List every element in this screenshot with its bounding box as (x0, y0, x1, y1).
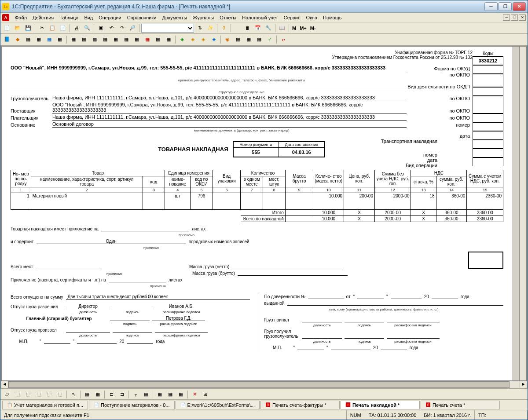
bt-10[interactable]: ⊐ (117, 390, 127, 399)
menubar: А Файл Действия Таблица Вид Операции Спр… (0, 13, 528, 22)
m-button[interactable]: M (291, 26, 297, 31)
tab-2[interactable]: 📄E:\work\1c\605buh\ExtForms\... (176, 401, 260, 409)
tb2-10[interactable]: ▦ (100, 35, 110, 44)
document-area[interactable]: Коды 0330212 Унифицированная форма № ТОР… (1, 46, 527, 381)
copy-icon[interactable]: 📋 (48, 23, 57, 33)
bt-arrow[interactable]: ↖ (69, 390, 78, 399)
bt-5[interactable]: ⬚ (44, 390, 54, 399)
bt-2[interactable]: ⬚ (13, 390, 22, 399)
menu-documents[interactable]: Документы (159, 14, 190, 21)
book-icon[interactable]: 📖 (277, 23, 287, 33)
bt-4[interactable]: ⬚ (34, 390, 44, 399)
print-icon[interactable]: 🖨 (72, 23, 81, 33)
calc-icon[interactable]: 🖩 (242, 23, 252, 33)
bt-8[interactable]: ▦ (93, 390, 103, 399)
menu-operations[interactable]: Операции (96, 14, 124, 21)
tab-3[interactable]: 🅰Печать счета-фактуры * (260, 401, 340, 409)
menu-help[interactable]: Помощь (320, 14, 345, 21)
tb2-23[interactable]: ▦ (244, 35, 253, 44)
tb2-13[interactable]: ▦ (132, 35, 142, 44)
tb2-4[interactable]: ▦ (34, 35, 44, 44)
tb2-8[interactable]: ▦ (79, 35, 89, 44)
mplus-button[interactable]: M+ (298, 26, 308, 31)
preview-icon[interactable]: 🔍 (82, 23, 92, 33)
menu-windows[interactable]: Окна (303, 14, 320, 21)
menu-app-icon[interactable]: А (2, 14, 9, 21)
minimize-button[interactable]: ─ (484, 2, 498, 11)
help-icon[interactable]: ? (219, 23, 229, 33)
tb2-3[interactable]: ▦ (23, 35, 33, 44)
menu-file[interactable]: Файл (12, 14, 29, 21)
mdi-close[interactable]: ✕ (519, 15, 526, 21)
tb2-24[interactable]: ▦ (254, 35, 264, 44)
tb2-21[interactable]: ◉ (223, 35, 232, 44)
bt-17[interactable]: ⊞ (200, 390, 210, 399)
tb2-15[interactable]: ▦ (153, 35, 163, 44)
menu-references[interactable]: Справочники (125, 14, 159, 21)
bt-15[interactable]: ▦ (176, 390, 186, 399)
mdi-restore[interactable]: ❐ (511, 15, 518, 21)
tb2-19[interactable]: ◈ (198, 35, 208, 44)
tb2-18[interactable]: ◈ (188, 35, 198, 44)
tb2-2[interactable]: ◆ (13, 35, 22, 44)
mminus-button[interactable]: M- (309, 26, 317, 31)
tb2-9[interactable]: ▩ (90, 35, 99, 44)
bt-6[interactable]: ⬚ (55, 390, 65, 399)
bt-13[interactable]: ▦ (155, 390, 165, 399)
tb2-11[interactable]: ▦ (111, 35, 121, 44)
bt-16[interactable]: ✕ (190, 390, 199, 399)
maximize-button[interactable]: ❐ (499, 2, 512, 11)
tb2-1[interactable]: 📘 (2, 35, 12, 44)
wizard-icon[interactable]: ✨ (205, 23, 215, 33)
tab-5[interactable]: 🅰Печать счета * (421, 401, 500, 409)
bt-11[interactable]: ᚁ (131, 390, 140, 399)
paste-icon[interactable]: 📄 (58, 23, 68, 33)
menu-view[interactable]: Вид (81, 14, 95, 21)
bt-7[interactable]: ▦ (82, 390, 92, 399)
tb2-25[interactable]: ✓ (265, 35, 275, 44)
tb2-22[interactable]: ▦ (233, 35, 243, 44)
combo-1[interactable] (141, 24, 194, 33)
okpo-4 (473, 113, 503, 122)
tb2-20[interactable]: ◈ (209, 35, 219, 44)
tb2-16[interactable]: ▦ (164, 35, 173, 44)
bt-9[interactable]: ⊏ (106, 390, 116, 399)
open-icon[interactable]: 📂 (13, 23, 22, 33)
menu-tax[interactable]: Налоговый учет (239, 14, 281, 21)
toggle-icon[interactable]: ▣ (96, 23, 106, 33)
tab-1[interactable]: 📄Поступление материалов - 0... (89, 401, 175, 409)
bt-1[interactable]: ▱ (2, 390, 12, 399)
status-hint: Для получения подсказки нажмите F1 (0, 410, 347, 420)
mdi-minimize[interactable]: ─ (503, 15, 510, 21)
tab-0[interactable]: 📋Учет материалов и готовой п... (2, 401, 88, 409)
save-icon[interactable]: 💾 (23, 23, 33, 33)
bt-14[interactable]: ▦ (165, 390, 175, 399)
menu-table[interactable]: Таблица (57, 14, 81, 21)
redo-icon[interactable]: ↷ (117, 23, 127, 33)
find-icon[interactable]: 🔎 (128, 23, 137, 33)
tb2-12[interactable]: ▦ (121, 35, 131, 44)
tabs-bar: 📋Учет материалов и готовой п... 📄Поступл… (0, 399, 528, 410)
bt-3[interactable]: ⬚ (23, 390, 33, 399)
close-button[interactable]: ✕ (513, 2, 526, 11)
calendar-icon[interactable]: 📅 (253, 23, 263, 33)
tb2-26[interactable]: ℮ (279, 35, 288, 44)
tb2-5[interactable]: ▦ (44, 35, 54, 44)
vertical-scrollbar[interactable] (519, 47, 526, 380)
tb2-7[interactable]: ▦ (69, 35, 78, 44)
menu-journals[interactable]: Журналы (190, 14, 216, 21)
cut-icon[interactable]: ✂ (37, 23, 47, 33)
undo-icon[interactable]: ↶ (106, 23, 116, 33)
tab-4[interactable]: 🅰Печать накладной * (341, 401, 420, 409)
sort-icon[interactable]: ⇅ (195, 23, 205, 33)
tb2-14[interactable]: ▦ (143, 35, 152, 44)
new-icon[interactable]: 📄 (2, 23, 12, 33)
tb2-17[interactable]: ◈ (177, 35, 187, 44)
menu-actions[interactable]: Действия (30, 14, 56, 21)
horizontal-scrollbar[interactable]: ◄ ► (1, 381, 527, 388)
menu-reports[interactable]: Отчеты (217, 14, 239, 21)
tool-icon[interactable]: 🔧 (264, 23, 273, 33)
tb2-6[interactable]: ▦ (55, 35, 65, 44)
bt-12[interactable]: ▦ (141, 390, 151, 399)
menu-service[interactable]: Сервис (281, 14, 303, 21)
